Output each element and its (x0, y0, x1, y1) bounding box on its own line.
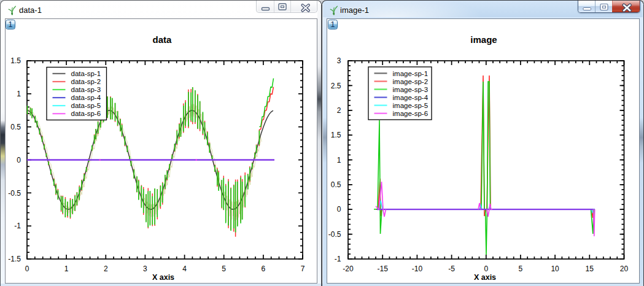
svg-text:5: 5 (519, 265, 523, 273)
svg-text:0.5: 0.5 (10, 123, 21, 131)
svg-text:image: image (470, 34, 497, 45)
svg-text:3: 3 (143, 265, 147, 273)
svg-text:-15: -15 (378, 265, 389, 273)
svg-text:0: 0 (17, 156, 21, 164)
svg-text:6: 6 (262, 265, 266, 273)
svg-text:data-sp-5: data-sp-5 (71, 102, 101, 109)
svg-text:-10: -10 (412, 265, 423, 273)
svg-text:data-sp-6: data-sp-6 (71, 110, 101, 117)
svg-text:-0.5: -0.5 (328, 230, 341, 239)
svg-text:0: 0 (25, 265, 29, 273)
svg-text:-1.5: -1.5 (8, 255, 21, 263)
svg-text:data-sp-3: data-sp-3 (71, 86, 101, 93)
svg-text:data-sp-2: data-sp-2 (71, 78, 101, 85)
svg-text:-5: -5 (448, 265, 455, 273)
svg-text:data-sp-1: data-sp-1 (71, 70, 101, 77)
svg-text:10: 10 (551, 265, 559, 273)
svg-text:3: 3 (337, 56, 341, 65)
svg-text:image-sp-5: image-sp-5 (393, 102, 429, 109)
svg-text:image-sp-1: image-sp-1 (393, 70, 429, 77)
svg-text:image-sp-4: image-sp-4 (393, 94, 429, 101)
svg-text:1.5: 1.5 (331, 131, 341, 139)
svg-text:-1: -1 (335, 255, 341, 263)
svg-text:15: 15 (586, 265, 594, 273)
svg-text:1: 1 (17, 90, 21, 98)
svg-text:X axis: X axis (152, 273, 174, 282)
svg-text:4: 4 (182, 265, 187, 273)
svg-text:0: 0 (337, 205, 341, 214)
svg-text:1: 1 (337, 156, 341, 164)
svg-text:2.5: 2.5 (331, 82, 341, 90)
svg-text:-20: -20 (343, 265, 354, 273)
svg-text:1: 1 (64, 265, 69, 273)
svg-text:5: 5 (222, 265, 226, 273)
svg-text:2: 2 (104, 265, 108, 273)
svg-text:-0.5: -0.5 (8, 189, 21, 198)
svg-text:image-sp-2: image-sp-2 (393, 78, 429, 85)
svg-text:0.5: 0.5 (331, 180, 341, 189)
svg-text:data-sp-4: data-sp-4 (71, 94, 101, 101)
svg-text:data: data (153, 34, 173, 45)
svg-text:2: 2 (337, 106, 341, 115)
svg-text:20: 20 (620, 265, 629, 273)
svg-text:image-sp-3: image-sp-3 (393, 86, 429, 93)
svg-text:0: 0 (484, 265, 488, 273)
svg-text:image-sp-6: image-sp-6 (393, 110, 429, 117)
svg-text:-1: -1 (14, 222, 21, 230)
svg-text:X axis: X axis (474, 273, 496, 282)
svg-text:1.5: 1.5 (10, 56, 21, 65)
svg-text:7: 7 (301, 265, 305, 273)
